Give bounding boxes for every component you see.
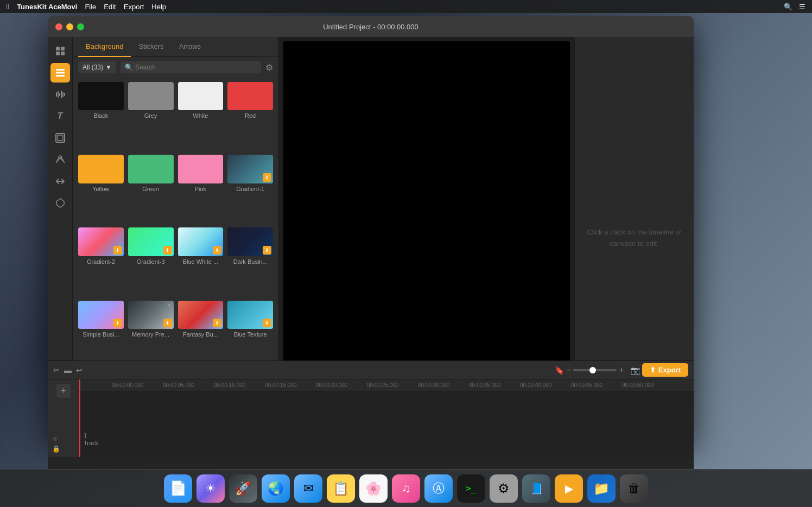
- track-lock-icon[interactable]: 🔒: [52, 445, 60, 453]
- tab-arrows[interactable]: Arrows: [172, 37, 208, 57]
- sidebar-effects-icon[interactable]: [50, 150, 70, 169]
- sidebar-text-icon[interactable]: T: [50, 106, 70, 126]
- bg-label-bluewhite: Blue White ...: [183, 258, 218, 265]
- grid-toggle-icon[interactable]: ⚙: [265, 62, 273, 73]
- bg-item-black[interactable]: Black: [78, 82, 124, 150]
- svg-rect-2: [56, 52, 60, 55]
- bg-label-black: Black: [93, 112, 108, 119]
- bg-label-fantasybiz: Fantasy Bu...: [183, 331, 218, 338]
- filter-label: All (33): [83, 64, 103, 71]
- zoom-slider[interactable]: [573, 369, 617, 371]
- app-menu[interactable]: TunesKit AceMovi: [17, 3, 77, 11]
- download-badge-fantasybiz: ⬇: [213, 319, 221, 327]
- search-input[interactable]: [135, 64, 257, 71]
- tuneskit-icon[interactable]: ▶: [555, 474, 583, 503]
- traffic-lights: [55, 23, 84, 30]
- menu-list-icon[interactable]: ☰: [799, 3, 805, 11]
- terminal-icon[interactable]: >_: [457, 474, 485, 503]
- video-canvas: [283, 41, 570, 416]
- undo-tool-icon[interactable]: ↩: [76, 366, 83, 375]
- bg-thumb-gradient2: ⬇: [78, 227, 124, 256]
- download-badge-simplebiz: ⬇: [113, 319, 122, 327]
- ruler-marks: 00:00:00.000 00:00:05.000 00:00:10.000 0…: [112, 382, 673, 388]
- bg-item-gradient2[interactable]: ⬇ Gradient-2: [78, 227, 124, 296]
- add-track-button[interactable]: +: [56, 384, 71, 398]
- panel-tabs: Background Stickers Arrows: [73, 37, 278, 57]
- ruler-mark-5: 00:00:25.000: [367, 382, 418, 388]
- timeline-right: 00:00:00.000 00:00:05.000 00:00:10.000 0…: [79, 379, 694, 457]
- appstore-icon[interactable]: Ⓐ: [424, 474, 453, 503]
- filter-dropdown[interactable]: All (33) ▼: [78, 61, 116, 73]
- siri-icon[interactable]: ☀: [196, 474, 225, 503]
- bg-item-bluetexture[interactable]: ⬇ Blue Texture: [227, 301, 273, 369]
- bg-item-gradient3[interactable]: ⬇ Gradient-3: [128, 227, 174, 296]
- edit-menu[interactable]: Edit: [104, 3, 116, 11]
- bg-label-pink: Pink: [195, 186, 206, 192]
- menu-search-icon[interactable]: 🔍: [784, 3, 792, 11]
- sidebar-frame-icon[interactable]: [50, 128, 70, 148]
- bg-item-white[interactable]: White: [178, 82, 224, 150]
- finder-icon[interactable]: 📄: [164, 474, 192, 503]
- help-menu[interactable]: Help: [151, 3, 166, 11]
- bg-item-gradient1[interactable]: ⬇ Gradient-1: [227, 155, 273, 223]
- track-info: 👁 🔒: [50, 433, 77, 455]
- split-tool-icon[interactable]: ▬: [64, 366, 72, 375]
- bg-item-yellow[interactable]: Yellow: [78, 155, 124, 223]
- bg-label-simplebiz: Simple Busi...: [83, 331, 119, 338]
- apple-menu[interactable]: : [7, 2, 9, 11]
- minimize-button[interactable]: [66, 23, 73, 30]
- sidebar-transitions-icon[interactable]: [50, 172, 70, 191]
- ruler-mark-1: 00:00:05.000: [163, 382, 214, 388]
- notes-icon[interactable]: 📋: [327, 474, 355, 503]
- timeline-cursor[interactable]: [79, 379, 80, 391]
- cut-tool-icon[interactable]: ✂: [53, 366, 60, 375]
- bg-item-simplebiz[interactable]: ⬇ Simple Busi...: [78, 301, 124, 369]
- zoom-out-button[interactable]: −: [566, 365, 571, 375]
- download-badge-gradient2: ⬇: [113, 246, 122, 255]
- music-icon[interactable]: ♫: [392, 474, 420, 503]
- launchpad-icon[interactable]: 🚀: [229, 474, 257, 503]
- tab-stickers[interactable]: Stickers: [131, 37, 171, 57]
- ruler-mark-10: 00:00:50.000: [622, 382, 673, 388]
- bg-item-red[interactable]: Red: [227, 82, 273, 150]
- bg-label-grey: Grey: [144, 112, 157, 119]
- menu-bar:  TunesKit AceMovi File Edit Export Help…: [0, 0, 812, 13]
- safari-icon[interactable]: 🌏: [262, 474, 290, 503]
- export-menu[interactable]: Export: [124, 3, 144, 11]
- bg-item-bluewhite[interactable]: ⬇ Blue White ...: [178, 227, 224, 296]
- close-button[interactable]: [55, 23, 62, 30]
- folder-icon[interactable]: 📁: [587, 474, 616, 503]
- track-visibility-icon[interactable]: 👁: [52, 435, 60, 443]
- sidebar-media-icon[interactable]: [50, 41, 70, 61]
- bg-item-grey[interactable]: Grey: [128, 82, 174, 150]
- sidebar-audio-icon[interactable]: [50, 85, 70, 104]
- file-menu[interactable]: File: [85, 3, 96, 11]
- search-box: 🔍: [120, 61, 261, 73]
- zoom-in-button[interactable]: +: [619, 365, 624, 375]
- ruler-mark-9: 00:00:45.000: [571, 382, 622, 388]
- fullscreen-button[interactable]: [77, 23, 84, 30]
- photos-icon[interactable]: 🌸: [359, 474, 388, 503]
- screenshot-icon[interactable]: 📷: [631, 366, 640, 375]
- bg-thumb-black: [78, 82, 124, 110]
- export-button[interactable]: ⬆ Export: [642, 363, 688, 377]
- bg-item-green[interactable]: Green: [128, 155, 174, 223]
- timeline-tracks[interactable]: 1 Track: [79, 391, 694, 457]
- trash-icon[interactable]: 🗑: [620, 474, 648, 503]
- bg-item-pink[interactable]: Pink: [178, 155, 224, 223]
- download-badge-bluewhite: ⬇: [213, 246, 221, 255]
- mail-icon[interactable]: ✉: [294, 474, 322, 503]
- bg-label-bluetexture: Blue Texture: [234, 331, 267, 338]
- bg-label-white: White: [193, 112, 208, 119]
- system-preferences-icon[interactable]: ⚙: [490, 474, 518, 503]
- svg-point-9: [59, 156, 62, 158]
- bg-item-darkbiz[interactable]: ⬇ Dark Busin...: [227, 227, 273, 296]
- bg-item-fantasybiz[interactable]: ⬇ Fantasy Bu...: [178, 301, 224, 369]
- tab-background[interactable]: Background: [78, 37, 131, 57]
- bg-item-memorypre[interactable]: ✎ ⬇ Memory Pre...: [128, 301, 174, 369]
- bookmark-icon[interactable]: 🔖: [555, 366, 564, 375]
- menu-bar-left:  TunesKit AceMovi File Edit Export Help: [7, 2, 166, 11]
- notes2-icon[interactable]: 📘: [522, 474, 550, 503]
- sidebar-stencil-icon[interactable]: [50, 193, 70, 213]
- sidebar-layers-icon[interactable]: [50, 63, 70, 83]
